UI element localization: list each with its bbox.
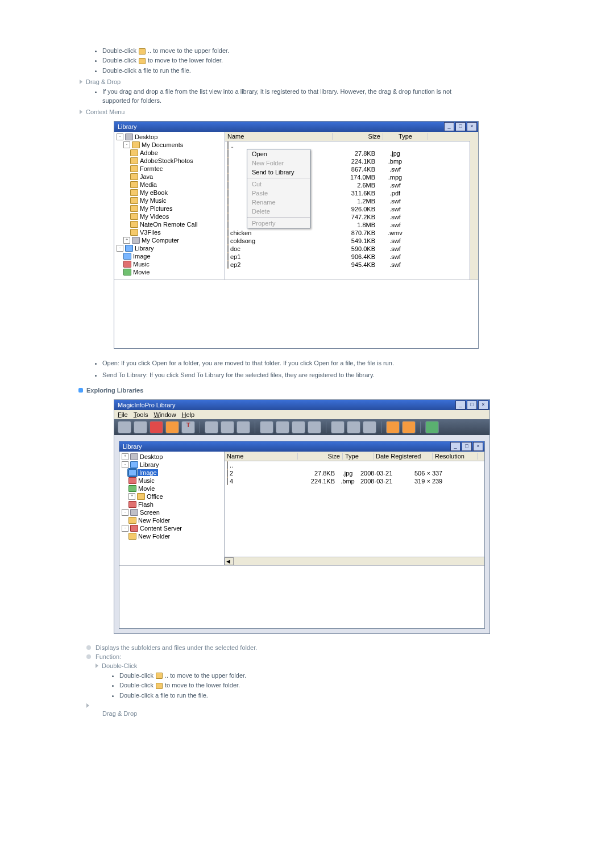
table-row[interactable]: ep1906.4KB.swf (227, 253, 476, 261)
tree-node[interactable]: Movie (117, 268, 225, 276)
menu-open[interactable]: Open (247, 149, 310, 158)
col-res[interactable]: Resolution (433, 453, 478, 460)
tool-icon[interactable] (308, 421, 321, 433)
tool-icon[interactable] (150, 421, 163, 433)
minimize-button[interactable]: _ (450, 442, 460, 451)
tree-node[interactable]: Movie (122, 485, 224, 493)
tool-icon[interactable] (276, 421, 289, 433)
tree-node[interactable]: My Videos (117, 212, 225, 220)
tree-node[interactable]: -My Documents (117, 141, 225, 149)
tree-node[interactable]: V3Files (117, 228, 225, 236)
menu-rename[interactable]: Rename (247, 198, 310, 207)
menu-delete[interactable]: Delete (247, 207, 310, 216)
tree-node[interactable]: Image (117, 252, 225, 260)
folder-tree[interactable]: +Desktop-LibraryImageMusicMovie+OfficeFl… (119, 452, 225, 565)
tool-icon[interactable] (347, 421, 360, 433)
tree-node[interactable]: -Desktop (117, 133, 225, 141)
menu-file[interactable]: File (118, 411, 128, 418)
minimize-button[interactable]: _ (455, 400, 466, 410)
tree-node[interactable]: Flash (122, 500, 224, 508)
tree-node[interactable]: Music (117, 260, 225, 268)
table-row[interactable]: 4224.1KB.bmp2008-03-21319 × 239 (227, 477, 482, 485)
tool-icon[interactable] (205, 421, 218, 433)
list-header[interactable]: Name Size Type (225, 132, 478, 141)
scrollbar[interactable]: ◄ (225, 557, 484, 565)
tool-icon[interactable] (292, 421, 305, 433)
tree-node[interactable]: Java (117, 173, 225, 181)
tree-node[interactable]: New Folder (122, 516, 224, 524)
tree-node[interactable]: Media (117, 181, 225, 189)
table-row[interactable]: .. (227, 461, 482, 469)
menubar[interactable]: File Tools Window Help (114, 410, 489, 419)
tool-icon[interactable] (402, 421, 416, 433)
menu-property[interactable]: Property (247, 219, 310, 228)
file-list[interactable]: Name Size Type ..27.8KB.jpg224.1KB.bmp86… (225, 132, 478, 279)
tool-icon[interactable] (386, 421, 400, 433)
close-button[interactable]: × (467, 122, 477, 131)
col-name[interactable]: Name (225, 453, 298, 460)
menu-window[interactable]: Window (154, 411, 176, 418)
col-name[interactable]: Name (225, 133, 333, 140)
maximize-button[interactable]: □ (467, 400, 477, 410)
tree-node[interactable]: Image (122, 469, 224, 477)
table-row[interactable]: doc590.0KB.swf (227, 245, 476, 253)
tree-node[interactable]: My Music (117, 197, 225, 205)
menu-new-folder[interactable]: New Folder (247, 158, 310, 168)
tree-node[interactable]: -Library (117, 244, 225, 252)
table-row[interactable]: ep2945.4KB.swf (227, 261, 476, 269)
tree-node[interactable]: -Library (122, 461, 224, 469)
menu-paste[interactable]: Paste (247, 189, 310, 198)
file-list[interactable]: Name Size Type Date Registered Resolutio… (225, 452, 484, 565)
tree-node[interactable]: +Desktop (122, 453, 224, 461)
scrollbar[interactable] (470, 141, 478, 279)
col-type[interactable]: Type (343, 453, 374, 460)
table-row[interactable]: .. (227, 141, 476, 149)
menu-send-to-library[interactable]: Send to Library (247, 168, 310, 177)
tool-icon[interactable] (118, 421, 131, 433)
list-header[interactable]: Name Size Type Date Registered Resolutio… (225, 452, 484, 461)
col-size[interactable]: Size (298, 453, 343, 460)
tool-icon[interactable] (221, 421, 234, 433)
tool-icon[interactable]: T (181, 421, 195, 433)
context-menu[interactable]: Open New Folder Send to Library Cut Past… (247, 149, 310, 228)
toolbar[interactable]: T (114, 419, 489, 435)
tool-icon[interactable] (165, 421, 179, 433)
tree-node[interactable]: -Screen (122, 508, 224, 516)
tool-icon[interactable] (260, 421, 273, 433)
tree-node[interactable]: -Content Server (122, 524, 224, 532)
table-row[interactable]: chicken870.7KB.wmv (227, 229, 476, 237)
tree-node[interactable]: Music (122, 477, 224, 485)
minimize-button[interactable]: _ (444, 122, 454, 131)
maximize-button[interactable]: □ (455, 122, 466, 131)
menu-cut[interactable]: Cut (247, 180, 310, 189)
maximize-button[interactable]: □ (462, 442, 472, 451)
titlebar[interactable]: MagicInfoPro Library _ □ × (114, 400, 489, 410)
tree-node[interactable]: My Pictures (117, 205, 225, 212)
tool-icon[interactable] (331, 421, 345, 433)
tree-node[interactable]: New Folder (122, 532, 224, 540)
menu-tools[interactable]: Tools (134, 411, 148, 418)
table-row[interactable]: coldsong549.1KB.swf (227, 237, 476, 245)
tree-node[interactable]: NateOn Remote Call (117, 220, 225, 228)
close-button[interactable]: × (478, 400, 488, 410)
close-button[interactable]: × (473, 442, 483, 451)
tree-node[interactable]: Formtec (117, 165, 225, 173)
col-type[interactable]: Type (383, 133, 428, 140)
titlebar[interactable]: Library _ □ × (114, 122, 478, 132)
tool-icon[interactable] (237, 421, 250, 433)
tree-node[interactable]: My eBook (117, 189, 225, 197)
tool-icon[interactable] (363, 421, 376, 433)
file-icon (227, 469, 228, 477)
tree-node[interactable]: AdobeStockPhotos (117, 157, 225, 165)
col-size[interactable]: Size (333, 133, 383, 140)
tree-node[interactable]: +My Computer (117, 236, 225, 244)
tool-icon[interactable] (134, 421, 147, 433)
titlebar[interactable]: Library _ □ × (119, 441, 484, 452)
col-date[interactable]: Date Registered (374, 453, 433, 460)
tree-node[interactable]: Adobe (117, 149, 225, 157)
menu-help[interactable]: Help (182, 411, 195, 418)
tree-node[interactable]: +Office (122, 493, 224, 500)
tool-icon[interactable] (425, 421, 439, 433)
folder-tree[interactable]: -Desktop-My DocumentsAdobeAdobeStockPhot… (114, 132, 225, 279)
table-row[interactable]: 227.8KB.jpg2008-03-21506 × 337 (227, 469, 482, 477)
